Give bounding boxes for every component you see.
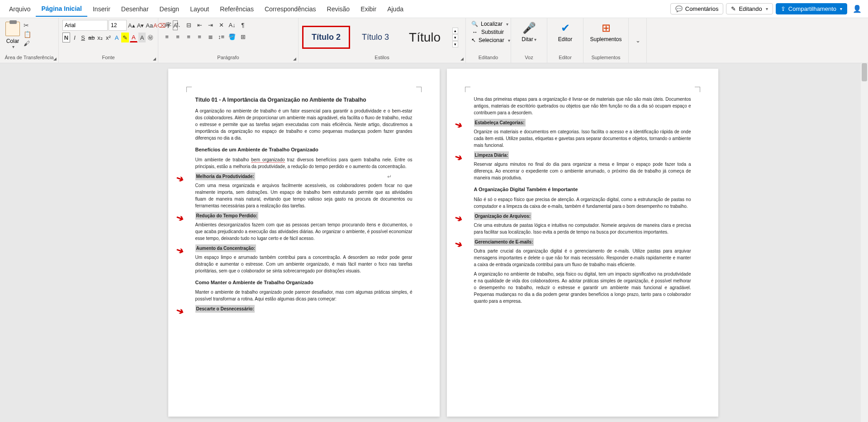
change-case-button[interactable]: Aa	[145, 20, 153, 30]
multilevel-button[interactable]: ⊟	[184, 20, 194, 30]
addins-button[interactable]: Suplementos	[590, 36, 621, 42]
styles-expand[interactable]: ▾	[452, 41, 458, 47]
dictate-button[interactable]: Ditar▾	[522, 36, 536, 42]
page-2[interactable]: Uma das primeiras etapas para a organiza…	[447, 69, 718, 417]
paste-button[interactable]: Colar ▾	[4, 20, 22, 51]
page-1[interactable]: Título 01 - A Importância da Organização…	[168, 69, 440, 417]
editor-icon[interactable]: ✔	[561, 22, 570, 34]
menu-ajuda[interactable]: Ajuda	[382, 2, 409, 16]
paragraph-group-label: Parágrafo	[162, 55, 294, 61]
paragraph-dialog-launcher[interactable]: ◢	[293, 56, 296, 61]
font-color-button[interactable]: A	[130, 33, 138, 42]
menu-design[interactable]: Design	[154, 2, 185, 16]
replace-icon: ↔	[471, 29, 479, 35]
font-dialog-launcher[interactable]: ◢	[153, 56, 156, 61]
vertical-scrollbar[interactable]	[861, 63, 868, 422]
enclose-char-button[interactable]: ㊙	[147, 33, 154, 42]
superscript-button[interactable]: x²	[104, 33, 112, 42]
select-button[interactable]: ↖Selecionar▾	[470, 36, 507, 44]
sort-button[interactable]: A↓	[227, 20, 237, 30]
char-shading-button[interactable]: A	[138, 33, 146, 42]
doc-paragraph: A organização no ambiente de trabalho, s…	[474, 271, 691, 305]
show-marks-button[interactable]: ¶	[238, 20, 248, 30]
subhead-arquivos: Organização de Arquivos:	[474, 212, 532, 220]
subhead-tempo-perdido: Redução do Tempo Perdido:	[195, 212, 258, 220]
styles-scroll-up[interactable]: ▴	[452, 28, 458, 34]
replace-button[interactable]: ↔Substituir	[470, 28, 507, 36]
shading-button[interactable]: 🪣	[227, 32, 237, 42]
format-painter-icon[interactable]: 🖌	[24, 40, 31, 47]
text-effects-button[interactable]: A	[113, 33, 121, 42]
doc-paragraph: Um ambiente de trabalho bem organizado t…	[195, 156, 413, 170]
doc-paragraph: Crie uma estrutura de pastas lógica e in…	[474, 222, 691, 235]
line-spacing-button[interactable]: ↕≡	[216, 32, 226, 42]
editing-group-label: Editando	[470, 55, 507, 61]
italic-button[interactable]: I	[71, 33, 79, 42]
red-arrow-icon: ➔	[453, 236, 465, 251]
font-size-combo[interactable]	[109, 20, 127, 31]
editing-mode-button[interactable]: ✎Editando▾	[726, 3, 773, 14]
subhead-descarte: Descarte o Desnecessário:	[195, 305, 255, 313]
red-arrow-icon: ➔	[174, 210, 186, 225]
subhead-categorias: Estabeleça Categorias:	[474, 119, 526, 127]
subscript-button[interactable]: x₂	[96, 33, 104, 42]
user-avatar-icon[interactable]: 👤	[850, 2, 864, 16]
share-button[interactable]: ⇪Compartilhamento▾	[776, 3, 847, 14]
bullets-button[interactable]: ≔	[162, 20, 172, 30]
ribbon-collapse-button[interactable]: ⌄	[633, 36, 643, 46]
style-titulo[interactable]: Título	[401, 25, 449, 50]
red-arrow-icon: ➔	[453, 150, 465, 165]
clipboard-icon	[5, 22, 20, 36]
editor-button[interactable]: Editor	[558, 36, 572, 42]
addins-icon[interactable]: ⊞	[602, 22, 611, 34]
doc-paragraph: Manter o ambiente de trabalho organizado…	[195, 289, 413, 302]
menu-pagina-inicial[interactable]: Página Inicial	[36, 1, 87, 17]
grow-font-button[interactable]: A▴	[128, 20, 136, 30]
menu-referencias[interactable]: Referências	[214, 2, 259, 16]
scrollbar-thumb[interactable]	[862, 63, 867, 81]
decrease-indent-button[interactable]: ⇤	[194, 20, 204, 30]
underline-button[interactable]: S	[79, 33, 87, 42]
menu-revisao[interactable]: Revisão	[322, 2, 356, 16]
copy-icon[interactable]: 📋	[24, 31, 31, 38]
align-center-button[interactable]: ≡	[173, 32, 183, 42]
highlight-button[interactable]: ✎	[121, 33, 129, 42]
bold-button[interactable]: N	[62, 33, 70, 42]
find-button[interactable]: 🔍Localizar▾	[470, 20, 507, 28]
red-arrow-icon: ➔	[174, 242, 186, 258]
styles-scroll-down[interactable]: ▾	[452, 34, 458, 41]
document-area[interactable]: Título 01 - A Importância da Organização…	[0, 63, 868, 422]
styles-dialog-launcher[interactable]: ◢	[460, 56, 464, 61]
numbering-button[interactable]: ⒈	[173, 20, 183, 30]
menu-inserir[interactable]: Inserir	[87, 2, 116, 16]
align-left-button[interactable]: ≡	[162, 32, 172, 42]
menu-layout[interactable]: Layout	[185, 2, 214, 16]
distributed-button[interactable]: ≣	[205, 32, 215, 42]
paragraph-group: ≔ ⒈ ⊟ ⇤ ⇥ ✕ A↓ ¶ ≡ ≡ ≡ ≡ ≣ ↕≡ 🪣 ⊞ Parágr…	[158, 18, 299, 63]
font-name-combo[interactable]	[62, 20, 108, 31]
spelling-error[interactable]: bem organizado	[251, 157, 285, 163]
menu-correspondencias[interactable]: Correspondências	[259, 2, 322, 16]
doc-h2-como-manter: Como Manter o Ambiente de Trabalho Organ…	[195, 279, 413, 286]
menu-arquivo[interactable]: Arquivo	[4, 2, 36, 16]
dictate-icon[interactable]: 🎤	[522, 22, 536, 34]
doc-paragraph: Não é só o espaço físico que precisa de …	[474, 196, 691, 210]
clipboard-dialog-launcher[interactable]: ◢	[53, 56, 57, 61]
borders-button[interactable]: ⊞	[238, 32, 248, 42]
shrink-font-button[interactable]: A▾	[137, 20, 145, 30]
cut-icon[interactable]: ✂	[24, 22, 31, 29]
asian-layout-button[interactable]: ✕	[216, 20, 226, 30]
align-right-button[interactable]: ≡	[184, 32, 194, 42]
style-titulo-3[interactable]: Título 3	[354, 27, 397, 47]
red-arrow-icon: ➔	[453, 210, 465, 225]
menu-exibir[interactable]: Exibir	[355, 2, 382, 16]
editing-group: 🔍Localizar▾ ↔Substituir ↖Selecionar▾ Edi…	[466, 18, 511, 63]
subhead-emails: Gerenciamento de E-mails:	[474, 238, 534, 246]
increase-indent-button[interactable]: ⇥	[205, 20, 215, 30]
strike-button[interactable]: ab	[88, 33, 95, 42]
comments-button[interactable]: 💬Comentários	[670, 3, 724, 14]
comment-icon: 💬	[675, 5, 683, 12]
style-titulo-2[interactable]: Título 2	[302, 26, 350, 49]
justify-button[interactable]: ≡	[194, 32, 204, 42]
menu-desenhar[interactable]: Desenhar	[116, 2, 154, 16]
